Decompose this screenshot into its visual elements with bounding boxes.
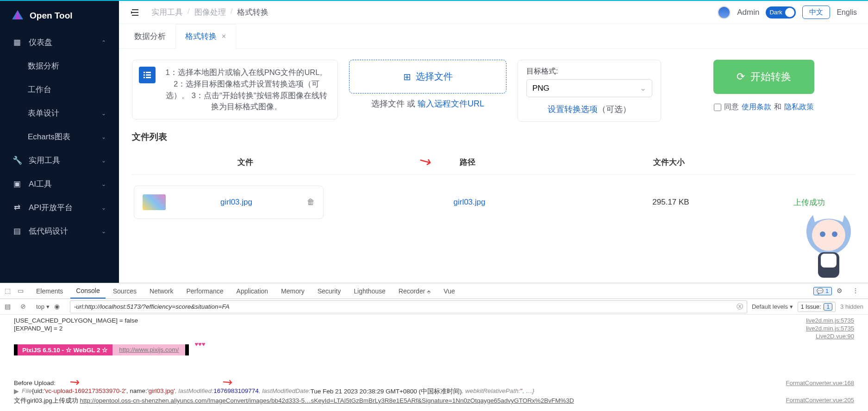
col-path: 路径 xyxy=(359,157,576,168)
console-toolbar: ▤ ⊘ top ▾ ◉ -url:http://localhost:5173/?… xyxy=(0,299,868,315)
close-icon[interactable]: ✕ xyxy=(221,33,226,40)
separator: / xyxy=(187,7,190,18)
api-icon: ⇄ xyxy=(13,204,21,212)
nav-lowcode[interactable]: ▤ 低代码设计 ⌄ xyxy=(0,219,119,243)
eye-icon[interactable]: ◉ xyxy=(54,303,62,311)
log-source[interactable]: live2d.min.js:5735 xyxy=(806,325,854,332)
clear-filter-icon[interactable]: ⓧ xyxy=(737,303,743,311)
brand-name: Open Tool xyxy=(30,11,73,21)
issues-button[interactable]: 1 Issue: 1 xyxy=(798,302,836,312)
svg-rect-3 xyxy=(146,72,151,73)
collapse-icon[interactable] xyxy=(130,7,140,18)
nav-ai[interactable]: ▣ AI工具 ⌄ xyxy=(0,172,119,196)
log-source[interactable]: live2d.min.js:5735 xyxy=(806,317,854,324)
tab-label: 数据分析 xyxy=(134,31,166,42)
file-path[interactable]: girl03.jpg xyxy=(361,198,578,207)
context-select[interactable]: top ▾ xyxy=(36,303,50,310)
logo[interactable]: Open Tool xyxy=(0,1,119,31)
remote-url-link[interactable]: 输入远程文件URL xyxy=(418,99,484,108)
select-file-button[interactable]: ⊞ 选择文件 xyxy=(349,60,506,93)
tab-label: 格式转换 xyxy=(185,31,217,42)
crumb-current: 格式转换 xyxy=(237,7,269,18)
agree-checkbox[interactable] xyxy=(714,104,721,111)
gear-icon[interactable]: ⚙ xyxy=(837,287,845,295)
agree-checkbox-row[interactable]: 同意使用条款和隐私政策 xyxy=(714,102,814,112)
chevron-down-icon: ⌄ xyxy=(101,181,106,187)
ai-icon: ▣ xyxy=(13,180,21,188)
sidebar-toggle-icon[interactable]: ▤ xyxy=(5,303,13,311)
dt-tab-lighthouse[interactable]: Lighthouse xyxy=(348,284,391,298)
device-icon[interactable]: ▭ xyxy=(18,287,26,295)
crumb[interactable]: 实用工具 xyxy=(151,7,183,18)
header: 实用工具 / 图像处理 / 格式转换 Admin Dark 中文 Englis xyxy=(119,1,868,24)
dt-tab-application[interactable]: Application xyxy=(231,284,274,298)
chevron-down-icon: ⌄ xyxy=(101,110,106,117)
start-convert-button[interactable]: ⟳ 开始转换 xyxy=(713,60,814,94)
chevron-up-icon: ⌃ xyxy=(101,39,106,46)
filter-input[interactable]: -url:http://localhost:5173/?efficiency=s… xyxy=(70,300,747,313)
file-name[interactable]: girl03.jpg xyxy=(174,198,299,207)
nav-label: Echarts图表 xyxy=(28,131,70,142)
dt-tab-recorder[interactable]: Recorder⬘ xyxy=(393,284,437,298)
expand-triangle-icon[interactable]: ▶ xyxy=(14,387,19,396)
lang-en-label[interactable]: Englis xyxy=(837,8,857,17)
svg-rect-4 xyxy=(144,75,145,76)
dark-mode-toggle[interactable]: Dark xyxy=(766,6,796,19)
preview-badge: ⬘ xyxy=(427,289,431,294)
nav-sub-form[interactable]: 表单设计 ⌄ xyxy=(0,101,119,125)
file-card: girl03.jpg 🗑 xyxy=(134,186,324,219)
lang-cn-button[interactable]: 中文 xyxy=(802,6,830,19)
filter-value: -url:http://localhost:5173/?efficiency=s… xyxy=(74,303,230,310)
pixi-banner: PixiJS 6.5.10 - ☆ WebGL 2 ☆ http://www.p… xyxy=(14,344,189,355)
dt-tab-security[interactable]: Security xyxy=(312,284,347,298)
nav-api[interactable]: ⇄ API开放平台 ⌄ xyxy=(0,196,119,219)
log-source[interactable]: FormatConverter.vue:205 xyxy=(786,397,854,405)
dt-tab-memory[interactable]: Memory xyxy=(275,284,310,298)
console-body[interactable]: [USE_CACHED_POLYGON_IMAGE] = falselive2d… xyxy=(0,315,868,411)
nav-dashboard[interactable]: ▦ 仪表盘 ⌃ xyxy=(0,31,119,54)
nav-sub-echarts[interactable]: Echarts图表 ⌄ xyxy=(0,125,119,149)
terms-link[interactable]: 使用条款 xyxy=(742,102,771,112)
dt-tab-elements[interactable]: Elements xyxy=(31,284,69,298)
nav-sub-workbench[interactable]: 工作台 xyxy=(0,78,119,101)
log-source[interactable]: Live2D.vue:90 xyxy=(816,333,854,340)
col-size: 文件大小 xyxy=(576,157,762,168)
log-level-select[interactable]: Default levels ▾ xyxy=(752,303,793,310)
svg-rect-6 xyxy=(144,77,145,78)
nav-sub-analysis[interactable]: 数据分析 xyxy=(0,54,119,78)
separator: / xyxy=(231,7,233,18)
dt-tab-console[interactable]: Console xyxy=(70,284,105,299)
avatar[interactable] xyxy=(718,6,731,19)
dt-tab-vue[interactable]: Vue xyxy=(438,284,460,298)
sidebar: Open Tool ▦ 仪表盘 ⌃ 数据分析 工作台 表单设计 ⌄ Echart… xyxy=(0,1,119,283)
clear-console-icon[interactable]: ⊘ xyxy=(20,303,29,311)
message-badge[interactable]: 💬 1 xyxy=(813,287,832,295)
convert-options-link[interactable]: 设置转换选项 xyxy=(548,105,598,114)
nav-label: API开放平台 xyxy=(29,202,73,213)
log-url[interactable]: http://opentool.oss-cn-shenzhen.aliyuncs… xyxy=(80,397,574,404)
pixi-link[interactable]: http://www.pixijs.com/ xyxy=(112,344,185,355)
file-size: 295.17 KB xyxy=(578,198,763,207)
format-panel: 目标格式: PNG ⌄ 设置转换选项（可选） xyxy=(518,60,661,122)
tab-analysis[interactable]: 数据分析 xyxy=(125,24,175,48)
inspect-icon[interactable]: ⬚ xyxy=(5,287,13,295)
grid-icon: ▦ xyxy=(13,38,21,47)
log-object[interactable]: ▶ File {uid: 'vc-upload-1692173533970-2'… xyxy=(14,387,854,396)
refresh-icon: ⟳ xyxy=(737,71,745,83)
tab-format-convert[interactable]: 格式转换 ✕ xyxy=(175,24,236,49)
svg-rect-5 xyxy=(146,75,151,76)
dt-tab-network[interactable]: Network xyxy=(144,284,179,298)
more-icon[interactable]: ⋮ xyxy=(852,287,861,295)
dt-tab-sources[interactable]: Sources xyxy=(107,284,142,298)
upload-subtext: 选择文件 或 输入远程文件URL xyxy=(371,98,484,109)
privacy-link[interactable]: 隐私政策 xyxy=(784,102,814,112)
format-select[interactable]: PNG ⌄ xyxy=(526,79,652,97)
dt-tab-performance[interactable]: Performance xyxy=(181,284,229,298)
devtools-tabs: ⬚ ▭ Elements Console Sources Network Per… xyxy=(0,283,868,299)
log-entry: Before Upload: xyxy=(14,380,786,386)
log-source[interactable]: FormatConverter.vue:168 xyxy=(786,380,854,386)
col-status xyxy=(762,157,855,168)
trash-icon[interactable]: 🗑 xyxy=(307,198,315,207)
crumb[interactable]: 图像处理 xyxy=(194,7,226,18)
nav-utility[interactable]: 🔧 实用工具 ⌄ xyxy=(0,149,119,172)
